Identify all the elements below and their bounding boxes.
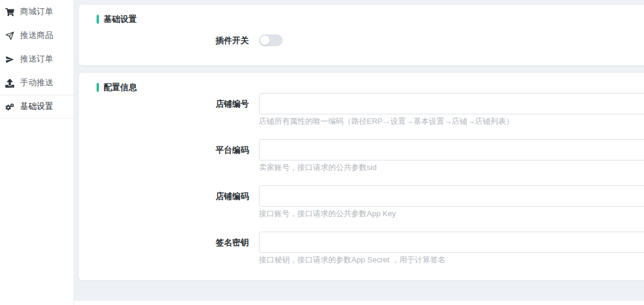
form-field-platform-code: 平台编码 卖家账号，接口请求的公共参数sid	[79, 139, 644, 172]
upload-icon	[5, 78, 15, 88]
sign-secret-input[interactable]	[259, 232, 644, 253]
config-info-card: 配置信息 店铺编号 店铺所有属性的唯一编码（路径ERP→设置→基本设置→店铺→店…	[79, 73, 644, 280]
shop-code-control: 接口账号，接口请求的公共参数App Key	[259, 185, 644, 219]
section-title-text: 基础设置	[104, 13, 137, 25]
sign-secret-label: 签名密钥	[79, 232, 249, 253]
shop-number-control: 店铺所有属性的唯一编码（路径ERP→设置→基本设置→店铺→店铺列表）	[259, 93, 644, 126]
sidebar-item-label: 手动推送	[20, 78, 53, 88]
form-field-shop-number: 店铺编号 店铺所有属性的唯一编码（路径ERP→设置→基本设置→店铺→店铺列表）	[79, 93, 644, 126]
shop-code-label: 店铺编码	[79, 185, 249, 207]
sidebar-item-label: 基础设置	[20, 101, 53, 112]
plugin-switch-label: 插件开关	[79, 34, 249, 46]
shop-number-input[interactable]	[259, 93, 644, 114]
app-window: 商城订单 推送商品 推送订单 手动推送	[0, 0, 644, 305]
sidebar-item-basic-settings[interactable]: 基础设置	[0, 95, 73, 118]
sidebar: 商城订单 推送商品 推送订单 手动推送	[0, 0, 74, 305]
send-outline-icon	[5, 31, 15, 41]
plugin-switch-row: 插件开关	[79, 34, 644, 49]
platform-code-control: 卖家账号，接口请求的公共参数sid	[259, 139, 644, 172]
shop-number-label: 店铺编号	[79, 93, 249, 114]
form-field-sign-secret: 签名密钥 接口秘钥，接口请求的参数App Secret ，用于计算签名	[79, 232, 644, 265]
field-helper: 接口秘钥，接口请求的参数App Secret ，用于计算签名	[259, 255, 644, 265]
gears-icon	[5, 102, 15, 112]
platform-code-label: 平台编码	[79, 139, 249, 160]
basic-settings-card: 基础设置 插件开关	[79, 5, 644, 65]
field-helper: 店铺所有属性的唯一编码（路径ERP→设置→基本设置→店铺→店铺列表）	[259, 117, 644, 126]
plugin-switch-toggle[interactable]	[259, 34, 283, 46]
section-title-text: 配置信息	[104, 81, 137, 93]
basic-settings-section-title: 基础设置	[97, 13, 644, 25]
config-info-section-title: 配置信息	[97, 81, 644, 93]
switch-knob	[260, 36, 270, 45]
sidebar-item-mall-orders[interactable]: 商城订单	[0, 0, 73, 24]
sign-secret-control: 接口秘钥，接口请求的参数App Secret ，用于计算签名	[259, 232, 644, 265]
send-filled-icon	[5, 54, 15, 65]
shop-code-input[interactable]	[259, 185, 644, 207]
sidebar-item-label: 商城订单	[20, 7, 53, 17]
sidebar-item-label: 推送订单	[20, 54, 53, 65]
field-helper: 卖家账号，接口请求的公共参数sid	[259, 163, 644, 172]
main-content: 基础设置 插件开关 配置信息 店铺编号 店铺所有属性的唯一编码（路径ERP→设置…	[74, 0, 644, 301]
shopping-cart-icon	[5, 7, 15, 17]
sidebar-item-push-orders[interactable]: 推送订单	[0, 47, 73, 71]
platform-code-input[interactable]	[259, 139, 644, 160]
accent-bar	[97, 15, 99, 24]
form-field-shop-code: 店铺编码 接口账号，接口请求的公共参数App Key	[79, 185, 644, 219]
field-helper: 接口账号，接口请求的公共参数App Key	[259, 209, 644, 219]
plugin-switch-control	[259, 34, 644, 49]
sidebar-item-manual-push[interactable]: 手动推送	[0, 71, 73, 95]
accent-bar	[97, 83, 99, 92]
sidebar-item-label: 推送商品	[20, 30, 53, 41]
sidebar-item-push-products[interactable]: 推送商品	[0, 24, 73, 47]
